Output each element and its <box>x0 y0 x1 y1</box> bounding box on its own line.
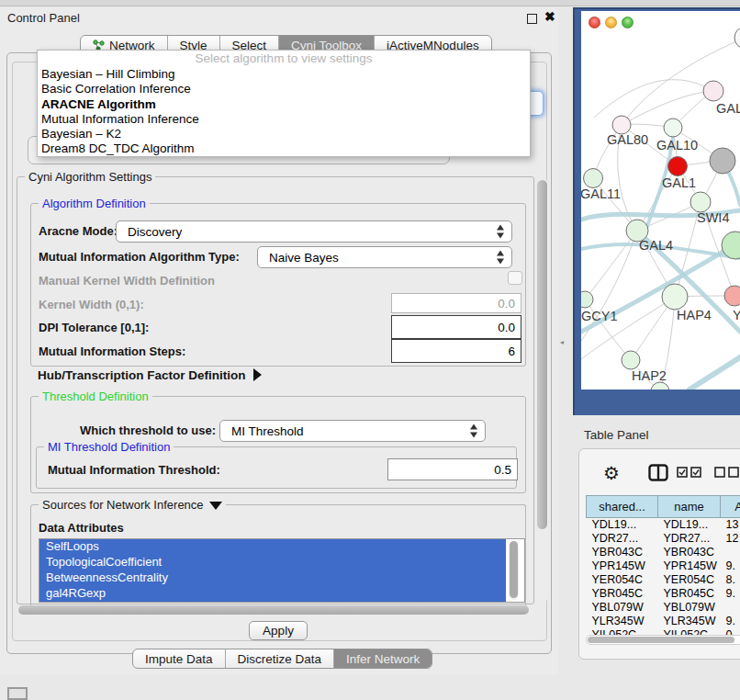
network-node-HAP2[interactable] <box>622 351 640 369</box>
table-row[interactable]: YDL19...YDL19...13 <box>587 518 740 533</box>
manual-kernel-checkbox[interactable] <box>508 271 522 285</box>
mi-type-value: Naive Bayes <box>269 251 339 265</box>
network-node-GAL1[interactable] <box>668 157 688 176</box>
horizontal-scroll-thumb[interactable] <box>18 605 529 615</box>
mi-threshold-title: MI Threshold Definition <box>44 440 174 454</box>
vertical-scroll-thumb[interactable] <box>537 180 547 529</box>
node-label-GAL1: GAL1 <box>662 175 696 190</box>
node-label-HAP4: HAP4 <box>677 308 712 322</box>
settings-vertical-scrollbar[interactable] <box>536 178 548 603</box>
node-label-GAL80: GAL80 <box>607 132 648 147</box>
network-node-HAP4[interactable] <box>662 284 688 310</box>
column-header-0[interactable]: shared... <box>587 496 658 518</box>
kernel-width-value: 0.0 <box>498 297 515 310</box>
network-node-GAL-top[interactable] <box>703 81 723 101</box>
checked-checkboxes-icon[interactable] <box>677 467 702 478</box>
settings-horizontal-scrollbar[interactable] <box>17 604 534 615</box>
bottom-tab-strip: Impute DataDiscretize DataInfer Network <box>132 649 432 669</box>
collapsed-panel-icon[interactable] <box>7 687 28 700</box>
list-scroll-thumb[interactable] <box>510 541 518 598</box>
apply-button[interactable]: Apply <box>249 621 308 640</box>
table-row[interactable]: YBR043CYBR043C <box>587 546 740 559</box>
aracne-mode-combobox[interactable]: Discovery <box>116 220 512 243</box>
mi-steps-label: Mutual Information Steps: <box>39 344 185 358</box>
table-cell <box>721 601 740 615</box>
aracne-mode-label: Aracne Mode: <box>39 224 118 238</box>
mi-threshold-input[interactable]: 0.5 <box>387 458 518 480</box>
combo-arrows-icon <box>497 251 505 265</box>
algorithm-option[interactable]: Dream8 DC_TDC Algorithm <box>38 141 530 156</box>
zoom-traffic-light[interactable] <box>622 17 633 28</box>
table-row[interactable]: YPR145WYPR145W9. <box>587 559 740 573</box>
table-cell: YIL052C <box>587 628 658 635</box>
table-row[interactable]: YER054CYER054C8. <box>587 573 740 587</box>
attribute-item[interactable]: TopologicalCoefficient <box>39 555 506 570</box>
network-node-SWI4[interactable] <box>690 192 711 212</box>
algorithm-option[interactable]: Mutual Information Inference <box>38 112 530 127</box>
network-node-GAL10[interactable] <box>664 119 682 137</box>
network-node-pink-right[interactable] <box>724 286 740 306</box>
float-window-icon[interactable] <box>527 14 537 24</box>
popup-placeholder: Select algorithm to view settings <box>38 51 530 67</box>
table-cell: YBR043C <box>587 546 658 559</box>
mi-steps-input[interactable]: 6 <box>391 339 521 363</box>
minimize-traffic-light[interactable] <box>605 17 617 28</box>
algorithm-option[interactable]: Basic Correlation Inference <box>38 82 530 96</box>
column-header-2[interactable]: A <box>721 496 740 518</box>
control-panel-title: Control Panel <box>7 11 80 25</box>
hub-definition-label[interactable]: Hub/Transcription Factor Definition <box>38 368 262 382</box>
network-node-gray-node[interactable] <box>710 148 735 174</box>
algorithm-option[interactable]: Bayesian – Hill Climbing <box>38 67 530 82</box>
table-row[interactable]: YIL052CYIL052C0. <box>587 628 740 635</box>
attribute-item[interactable]: BetweennessCentrality <box>39 570 506 586</box>
table-horizontal-scrollbar[interactable] <box>586 635 740 645</box>
data-attributes-list[interactable]: SelfLoopsTopologicalCoefficientBetweenne… <box>39 538 525 603</box>
gear-icon[interactable]: ⚙ <box>603 462 620 484</box>
which-threshold-combobox[interactable]: MI Threshold <box>219 420 486 442</box>
list-vertical-scrollbar[interactable] <box>509 541 519 600</box>
tab-infer-network[interactable]: Infer Network <box>334 649 432 668</box>
column-header-1[interactable]: name <box>658 496 721 518</box>
attribute-item[interactable]: gal4RGexp <box>39 586 506 602</box>
tab-discretize-data[interactable]: Discretize Data <box>226 649 335 668</box>
which-threshold-value: MI Threshold <box>231 424 304 438</box>
tab-impute-data[interactable]: Impute Data <box>133 649 226 668</box>
close-icon[interactable]: ✖ <box>544 9 555 24</box>
table-cell: 0. <box>721 628 740 635</box>
table-scroll-thumb[interactable] <box>588 637 734 643</box>
algorithm-option[interactable]: Bayesian – K2 <box>38 127 530 141</box>
network-node-node-topright[interactable] <box>734 28 740 49</box>
table-cell: 9. <box>721 615 740 628</box>
mi-type-label: Mutual Information Algorithm Type: <box>39 250 240 264</box>
close-traffic-light[interactable] <box>589 17 600 28</box>
node-label-HAP2: HAP2 <box>632 368 667 383</box>
table-row[interactable]: YBR045CYBR045C9. <box>587 587 740 601</box>
network-node-left-green[interactable] <box>581 291 593 308</box>
mi-type-combobox[interactable]: Naive Bayes <box>257 246 512 268</box>
splitter-handle[interactable]: ◂ <box>560 338 566 346</box>
table-cell: YPR145W <box>658 559 721 573</box>
table-cell: YBR043C <box>658 546 721 559</box>
dpi-tolerance-value: 0.0 <box>498 321 515 334</box>
mi-threshold-value: 0.5 <box>494 463 511 477</box>
network-node-GAL11[interactable] <box>584 169 603 188</box>
attribute-item[interactable]: SelfLoops <box>39 539 506 555</box>
table-row[interactable]: YBL079WYBL079W <box>587 601 740 615</box>
table-cell: YER054C <box>658 573 721 587</box>
split-columns-icon[interactable] <box>648 464 668 481</box>
network-node-GAL80[interactable] <box>612 116 631 134</box>
threshold-definition-title: Threshold Definition <box>39 390 152 403</box>
network-canvas[interactable]: GALGAL80GAL10GAL1GAL11SWI4GAL4GCY1HAP4YH… <box>581 28 740 390</box>
dpi-tolerance-input[interactable]: 0.0 <box>391 315 521 339</box>
node-table: shared...nameA YDL19...YDL19...13YDR27..… <box>586 495 740 635</box>
table-panel: ⚙ shared...nameA YDL19...YDL19...13YDR27… <box>578 448 740 660</box>
table-row[interactable]: YLR345WYLR345W9. <box>587 615 740 628</box>
table-row[interactable]: YDR27...YDR27...12 <box>587 532 740 546</box>
mi-threshold-group: MI Threshold Definition Mutual Informati… <box>36 446 517 489</box>
network-node-bottom-green[interactable] <box>651 382 669 390</box>
algorithm-option[interactable]: ARACNE Algorithm <box>38 97 530 112</box>
unchecked-checkboxes-icon[interactable] <box>714 467 740 478</box>
kernel-width-input[interactable]: 0.0 <box>391 293 521 313</box>
network-edge-thick <box>690 357 740 390</box>
node-label-SWI4: SWI4 <box>697 210 729 225</box>
